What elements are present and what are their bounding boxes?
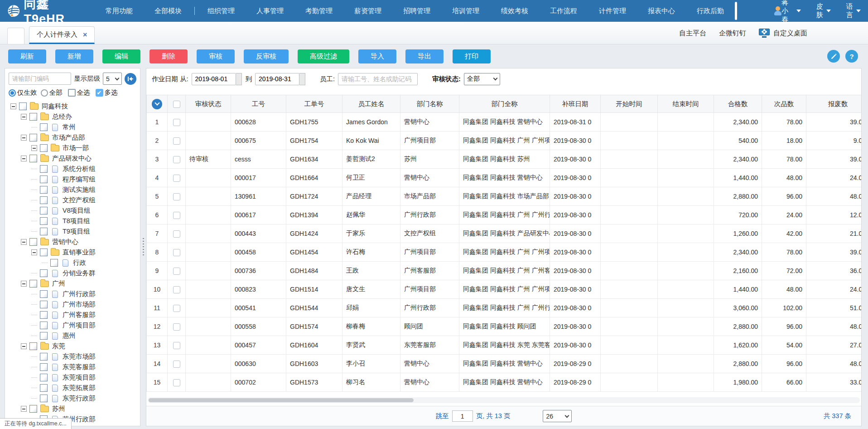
date-picker-addon[interactable]	[299, 73, 305, 85]
tree-checkbox[interactable]	[40, 123, 48, 131]
tree-checkbox[interactable]	[40, 311, 48, 319]
employee-search-input[interactable]	[338, 73, 418, 85]
tree-node-4[interactable]: 市场一部	[9, 143, 140, 153]
table-row[interactable]: 1000628GDH1755James Gordon营销中心同鑫集团 同鑫科技 …	[147, 113, 862, 132]
tree-node-28[interactable]: 东莞行政部	[9, 393, 140, 404]
tree-node-22[interactable]: 惠州	[9, 331, 140, 341]
tree-checkbox[interactable]	[40, 301, 48, 308]
tree-node-15[interactable]: 行政	[9, 258, 140, 268]
add-button[interactable]: 新增	[55, 49, 93, 63]
tree-collapse-icon[interactable]	[21, 343, 27, 349]
row-checkbox[interactable]	[173, 323, 180, 331]
table-row[interactable]: 14000630GDH1603李小召营销中心同鑫集团 同鑫科技 营销中心2019…	[147, 355, 862, 373]
tree-collapse-icon[interactable]	[21, 239, 27, 245]
tree-checkbox[interactable]	[29, 342, 37, 350]
horizontal-scrollbar[interactable]	[148, 397, 860, 403]
horizontal-scrollbar-thumb[interactable]	[149, 398, 414, 402]
nav-scrollbar-thumb[interactable]	[735, 2, 737, 20]
tree-node-23[interactable]: 东莞	[9, 341, 140, 351]
nav-item-3[interactable]: 人事管理	[246, 0, 294, 22]
nav-item-0[interactable]: 常用功能	[95, 0, 144, 22]
nav-item-8[interactable]: 绩效考核	[490, 0, 539, 22]
date-to-input[interactable]	[255, 73, 299, 85]
tree-checkbox[interactable]	[19, 102, 27, 110]
row-checkbox[interactable]	[173, 305, 180, 312]
edit-pencil-button[interactable]	[827, 50, 840, 63]
tree-node-24[interactable]: 东莞市场部	[9, 351, 140, 362]
multi-select-checkbox[interactable]: ✔	[96, 89, 103, 97]
table-row[interactable]: 5130961GDH1724产品经理市场产品部同鑫集团 同鑫科技 市场产品部20…	[147, 187, 862, 206]
tree-node-18[interactable]: 广州行政部	[9, 289, 140, 299]
row-checkbox[interactable]	[173, 361, 180, 368]
page-number-input[interactable]	[452, 410, 473, 422]
print-button[interactable]: 打印	[453, 49, 491, 63]
tree-node-6[interactable]: 系统分析组	[9, 164, 140, 174]
tree-checkbox[interactable]	[29, 405, 37, 413]
table-row[interactable]: 11000541GDH1544邱娟广州行政部同鑫集团 同鑫科技 广州 广州行政部…	[147, 299, 862, 317]
date-picker-addon[interactable]	[236, 73, 242, 85]
delete-button[interactable]: 删除	[149, 49, 188, 63]
edit-button[interactable]: 编辑	[102, 49, 140, 63]
nav-item-12[interactable]: 行政后勤	[686, 0, 735, 22]
tree-collapse-icon[interactable]	[21, 281, 27, 287]
tree-checkbox[interactable]	[50, 259, 58, 267]
tree-collapse-icon[interactable]	[21, 406, 27, 412]
page-size-select[interactable]: 26	[543, 410, 572, 422]
tree-node-0[interactable]: 同鑫科技	[9, 101, 140, 112]
tree-node-1[interactable]: 总经办	[9, 112, 140, 122]
tree-checkbox[interactable]	[40, 395, 48, 402]
tree-node-5[interactable]: 产品研发中心	[9, 153, 140, 164]
tree-collapse-icon[interactable]	[21, 156, 27, 161]
row-checkbox[interactable]	[173, 249, 180, 256]
quick-link-custom-desktop[interactable]: 自定义桌面	[759, 29, 807, 38]
advanced-filter-button[interactable]: 高级过滤	[298, 49, 349, 63]
table-row[interactable]: 8000458GDH1454许石梅广州项目部同鑫集团 同鑫科技 广州 广州项目部…	[147, 243, 862, 262]
tree-checkbox[interactable]	[29, 238, 37, 246]
table-row[interactable]: 13000457GDH1604李贤武东莞客服部同鑫集团 同鑫科技 东莞 东莞客服…	[147, 336, 862, 355]
tree-node-9[interactable]: 文控产权组	[9, 195, 140, 205]
import-button[interactable]: 导入	[358, 49, 396, 63]
approve-button[interactable]: 审核	[197, 49, 235, 63]
row-checkbox[interactable]	[173, 175, 180, 182]
tree-node-26[interactable]: 东莞项目部	[9, 372, 140, 383]
tree-checkbox[interactable]	[40, 207, 48, 214]
tree-checkbox[interactable]	[40, 290, 48, 298]
tree-checkbox[interactable]	[40, 249, 48, 256]
table-row[interactable]: 12000558GDH1574柳春梅顾问团同鑫集团 同鑫科技 顾问团2019-0…	[147, 317, 862, 336]
language-menu[interactable]: 语言	[846, 2, 861, 20]
table-row[interactable]: 15000702GDH1573柳习名营销中心同鑫集团 同鑫科技 营销中心2019…	[147, 373, 862, 392]
nav-item-10[interactable]: 计件管理	[588, 0, 637, 22]
dept-code-input[interactable]	[9, 73, 71, 85]
tree-checkbox[interactable]	[40, 165, 48, 173]
tree-checkbox[interactable]	[29, 113, 37, 121]
table-row[interactable]: 10000823GDH1514唐文生广州项目部同鑫集团 同鑫科技 广州 广州项目…	[147, 280, 862, 299]
tree-node-21[interactable]: 广州项目部	[9, 320, 140, 331]
tree-checkbox[interactable]	[40, 363, 48, 371]
audit-status-select[interactable]: 全部	[464, 73, 500, 85]
quick-link-wecom-dingtalk[interactable]: 企微钉钉	[719, 29, 746, 38]
tree-checkbox[interactable]	[40, 374, 48, 381]
tree-node-3[interactable]: 市场产品部	[9, 132, 140, 143]
tree-node-10[interactable]: V8项目组	[9, 205, 140, 216]
select-all-checkbox[interactable]	[68, 89, 76, 97]
table-row[interactable]: 3待审核cesssGDH1634姜哲测试2苏州同鑫集团 同鑫科技 苏州2019-…	[147, 150, 862, 169]
nav-item-5[interactable]: 薪资管理	[343, 0, 392, 22]
home-tab[interactable]	[7, 28, 24, 44]
all-radio[interactable]	[41, 89, 48, 97]
table-row[interactable]: 6000617GDH1394赵佩华广州行政部同鑫集团 同鑫科技 广州 广州行政部…	[147, 206, 862, 224]
table-row[interactable]: 9000736GDH1484王政广州客服部同鑫集团 同鑫科技 广州 广州客服部2…	[147, 262, 862, 280]
nav-item-9[interactable]: 工作流程	[539, 0, 588, 22]
unapprove-button[interactable]: 反审核	[244, 49, 289, 63]
tree-node-13[interactable]: 营销中心	[9, 237, 140, 247]
tree-node-19[interactable]: 广州市场部	[9, 299, 140, 310]
quick-link-self-platform[interactable]: 自主平台	[679, 29, 706, 38]
nav-item-1[interactable]: 全部模块	[144, 0, 193, 22]
tree-node-17[interactable]: 广州	[9, 278, 140, 289]
tree-checkbox[interactable]	[40, 384, 48, 392]
tree-node-7[interactable]: 程序编写组	[9, 174, 140, 185]
nav-item-6[interactable]: 招聘管理	[392, 0, 441, 22]
user-menu[interactable]: 蒋小春	[773, 0, 801, 24]
tree-node-12[interactable]: T9项目组	[9, 226, 140, 237]
tree-checkbox[interactable]	[40, 196, 48, 204]
row-checkbox[interactable]	[173, 230, 180, 238]
